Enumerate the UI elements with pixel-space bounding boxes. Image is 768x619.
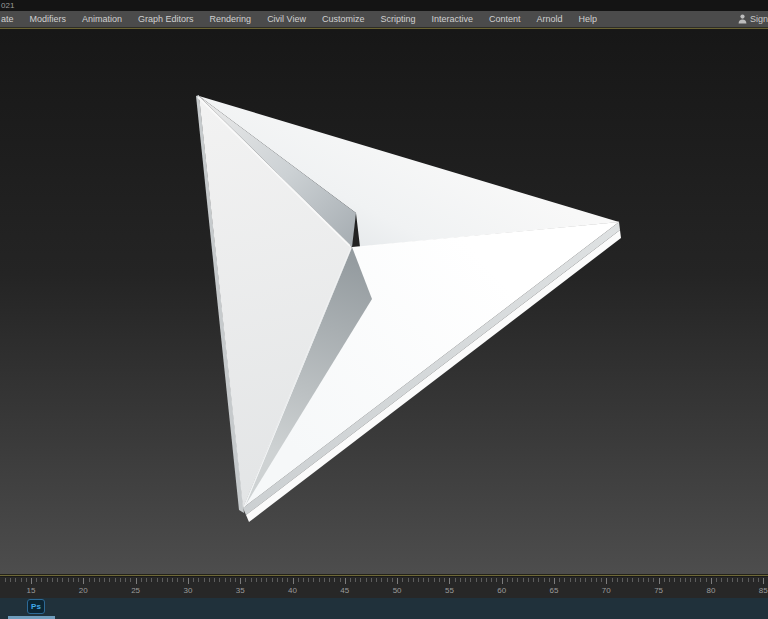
ruler-minor-tick: [742, 578, 743, 582]
ruler-minor-tick: [648, 578, 649, 582]
ruler-minor-tick: [334, 578, 335, 582]
timeline-ruler[interactable]: 152025303540455055606570758085: [0, 576, 768, 598]
ruler-minor-tick: [402, 578, 403, 582]
ruler-minor-tick: [690, 578, 691, 582]
menu-item-customize[interactable]: Customize: [314, 11, 373, 28]
ruler-minor-tick: [413, 578, 414, 582]
ruler-minor-tick: [481, 578, 482, 582]
perspective-viewport[interactable]: [0, 29, 768, 574]
ruler-minor-tick: [727, 578, 728, 582]
ruler-minor-tick: [434, 578, 435, 582]
sign-in-label: Sign: [750, 14, 768, 24]
ruler-major-tick: [293, 578, 294, 584]
ruler-minor-tick: [282, 578, 283, 582]
ruler-minor-tick: [700, 578, 701, 582]
ruler-major-tick: [763, 578, 764, 584]
sign-in-button[interactable]: Sign: [738, 14, 768, 24]
menu-item-interactive[interactable]: Interactive: [424, 11, 482, 28]
ruler-minor-tick: [219, 578, 220, 582]
ruler-minor-tick: [204, 578, 205, 582]
ruler-minor-tick: [26, 578, 27, 582]
ruler-minor-tick: [737, 578, 738, 582]
ruler-minor-tick: [214, 578, 215, 582]
ruler-minor-tick: [564, 578, 565, 582]
menu-item-content[interactable]: Content: [481, 11, 529, 28]
window-title: 021: [1, 1, 14, 10]
ruler-minor-tick: [470, 578, 471, 582]
ruler-minor-tick: [638, 578, 639, 582]
ruler-minor-tick: [157, 578, 158, 582]
ruler-minor-tick: [340, 578, 341, 582]
menu-item-graph-editors[interactable]: Graph Editors: [130, 11, 202, 28]
ruler-minor-tick: [496, 578, 497, 582]
ruler-label: 50: [393, 586, 402, 595]
menu-item-arnold[interactable]: Arnold: [529, 11, 571, 28]
ruler-label: 20: [79, 586, 88, 595]
ruler-label: 80: [706, 586, 715, 595]
ruler-minor-tick: [753, 578, 754, 582]
menu-item-civil-view[interactable]: Civil View: [259, 11, 314, 28]
ruler-minor-tick: [460, 578, 461, 582]
viewport-canvas: [0, 29, 768, 574]
ruler-minor-tick: [680, 578, 681, 582]
ruler-minor-tick: [392, 578, 393, 582]
ruler-minor-tick: [575, 578, 576, 582]
ruler-minor-tick: [643, 578, 644, 582]
ruler-minor-tick: [612, 578, 613, 582]
menu-bar: ateModifiersAnimationGraph EditorsRender…: [0, 11, 768, 28]
ruler-major-tick: [606, 578, 607, 584]
3d-object[interactable]: [196, 95, 621, 522]
ruler-minor-tick: [601, 578, 602, 582]
ruler-minor-tick: [329, 578, 330, 582]
ruler-minor-tick: [664, 578, 665, 582]
ruler-minor-tick: [73, 578, 74, 582]
menu-item-animation[interactable]: Animation: [74, 11, 130, 28]
ruler-label: 30: [183, 586, 192, 595]
ruler-minor-tick: [596, 578, 597, 582]
ruler-minor-tick: [308, 578, 309, 582]
ruler-minor-tick: [418, 578, 419, 582]
window-titlebar: 021: [0, 0, 768, 11]
ruler-minor-tick: [627, 578, 628, 582]
ruler-minor-tick: [256, 578, 257, 582]
ruler-minor-tick: [36, 578, 37, 582]
ruler-minor-tick: [465, 578, 466, 582]
ruler-minor-tick: [10, 578, 11, 582]
ruler-minor-tick: [570, 578, 571, 582]
menu-item-modifiers[interactable]: Modifiers: [22, 11, 75, 28]
ruler-minor-tick: [580, 578, 581, 582]
ruler-minor-tick: [507, 578, 508, 582]
taskbar-app-photoshop[interactable]: Ps: [27, 599, 45, 614]
menu-item-ate[interactable]: ate: [0, 11, 22, 28]
ruler-minor-tick: [47, 578, 48, 582]
ruler-minor-tick: [298, 578, 299, 582]
ruler-minor-tick: [5, 578, 6, 582]
ruler-minor-tick: [721, 578, 722, 582]
ruler-major-tick: [345, 578, 346, 584]
menu-item-scripting[interactable]: Scripting: [372, 11, 423, 28]
ruler-minor-tick: [109, 578, 110, 582]
ruler-minor-tick: [125, 578, 126, 582]
ruler-minor-tick: [512, 578, 513, 582]
menu-item-help[interactable]: Help: [571, 11, 606, 28]
ruler-minor-tick: [674, 578, 675, 582]
ruler-minor-tick: [57, 578, 58, 582]
ruler-minor-tick: [559, 578, 560, 582]
ruler-minor-tick: [695, 578, 696, 582]
ruler-major-tick: [240, 578, 241, 584]
ruler-minor-tick: [209, 578, 210, 582]
ruler-label: 60: [497, 586, 506, 595]
ruler-minor-tick: [313, 578, 314, 582]
ruler-minor-tick: [748, 578, 749, 582]
ruler-minor-tick: [287, 578, 288, 582]
ruler-minor-tick: [538, 578, 539, 582]
ruler-minor-tick: [632, 578, 633, 582]
ruler-minor-tick: [423, 578, 424, 582]
ruler-minor-tick: [523, 578, 524, 582]
ruler-major-tick: [83, 578, 84, 584]
menu-item-rendering[interactable]: Rendering: [202, 11, 260, 28]
ruler-label: 35: [236, 586, 245, 595]
ruler-minor-tick: [115, 578, 116, 582]
ruler-minor-tick: [455, 578, 456, 582]
ruler-minor-tick: [706, 578, 707, 582]
